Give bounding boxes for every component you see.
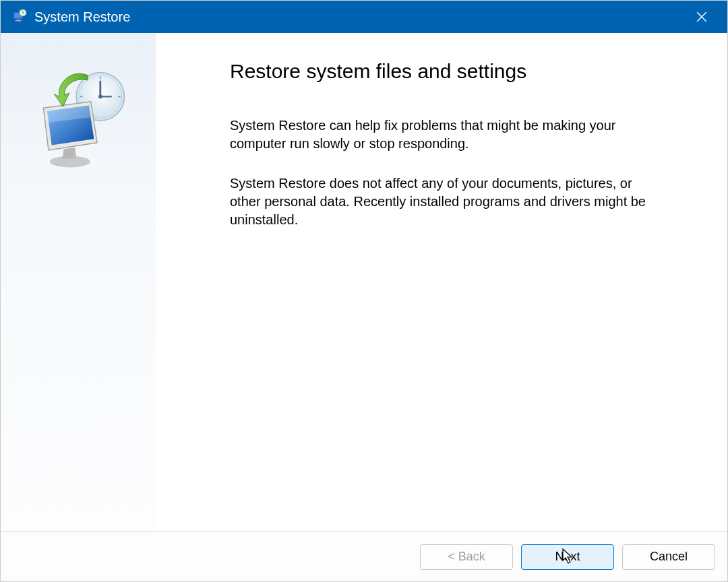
wizard-footer: < Back Next Cancel — [1, 531, 727, 581]
close-icon — [696, 11, 708, 23]
page-title: Restore system files and settings — [230, 60, 687, 83]
system-restore-window: System Restore — [0, 0, 728, 582]
description-paragraph-2: System Restore does not affect any of yo… — [230, 174, 661, 229]
next-button[interactable]: Next — [521, 544, 614, 570]
svg-rect-2 — [17, 19, 20, 20]
wizard-sidebar — [1, 33, 156, 531]
svg-point-11 — [98, 95, 102, 99]
system-restore-icon — [10, 8, 28, 26]
cancel-button[interactable]: Cancel — [622, 544, 715, 570]
content-area: Restore system files and settings System… — [1, 33, 727, 531]
wizard-main: Restore system files and settings System… — [156, 33, 727, 531]
titlebar: System Restore — [1, 1, 727, 33]
close-button[interactable] — [686, 1, 718, 33]
restore-illustration — [28, 70, 129, 171]
svg-rect-3 — [15, 20, 22, 22]
back-button[interactable]: < Back — [420, 544, 513, 570]
window-title: System Restore — [34, 9, 686, 25]
description-paragraph-1: System Restore can help fix problems tha… — [230, 117, 661, 153]
